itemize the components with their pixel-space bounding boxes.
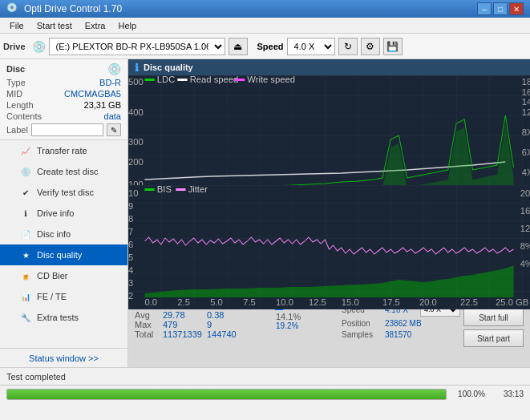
disc-quality-header: ℹ Disc quality: [128, 59, 530, 75]
svg-text:15.0: 15.0: [342, 297, 359, 307]
menu-help[interactable]: Help: [111, 19, 143, 32]
sidebar-item-extra-tests[interactable]: 🔧 Extra tests: [0, 307, 127, 328]
svg-text:18X: 18X: [522, 77, 530, 87]
transfer-rate-icon: 📈: [19, 144, 32, 157]
content-area: ℹ Disc quality 18X 16X: [128, 59, 530, 367]
disc-type-label: Type: [6, 78, 26, 87]
disc-contents-val: data: [104, 111, 121, 121]
speed-label: Speed: [257, 42, 284, 51]
save-button[interactable]: 💾: [383, 38, 403, 55]
refresh-button[interactable]: ↻: [338, 38, 358, 55]
menubar: File Start test Extra Help: [0, 18, 530, 34]
stats-max-bis: 9: [207, 320, 251, 329]
sidebar-item-cd-bier[interactable]: 🍺 CD Bier: [0, 265, 127, 286]
disc-label-btn[interactable]: ✎: [107, 123, 121, 136]
toolbar: Drive 💿 (E:) PLEXTOR BD-R PX-LB950SA 1.0…: [0, 34, 530, 59]
eject-button[interactable]: ⏏: [229, 38, 248, 55]
drive-select[interactable]: (E:) PLEXTOR BD-R PX-LB950SA 1.06: [49, 38, 225, 55]
disc-label-label: Label: [6, 125, 28, 135]
minimize-button[interactable]: –: [477, 2, 492, 15]
window-controls: – □ ✕: [477, 2, 524, 15]
svg-text:14X: 14X: [522, 97, 530, 107]
menu-extra[interactable]: Extra: [79, 19, 112, 32]
disc-quality-title: Disc quality: [144, 63, 193, 72]
sidebar-item-fe-te[interactable]: 📊 FE / TE: [0, 286, 127, 307]
progress-pct: 100.0%: [453, 390, 485, 398]
disc-label-input[interactable]: [31, 123, 103, 136]
disc-type-row: Type BD-R: [6, 77, 121, 88]
start-part-button[interactable]: Start part: [463, 329, 524, 347]
sidebar-label-transfer-rate: Transfer rate: [37, 146, 87, 155]
svg-text:400: 400: [128, 107, 144, 117]
disc-quality-header-icon: ℹ: [135, 62, 139, 74]
svg-rect-28: [177, 79, 187, 81]
svg-text:8X: 8X: [522, 127, 530, 137]
sidebar-item-verify-test-disc[interactable]: ✔ Verify test disc: [0, 182, 127, 203]
progress-time: 33:13: [492, 390, 524, 398]
chart-ldc: 18X 16X 14X 12X 8X 6X 4X 500 400 300 200…: [128, 75, 530, 185]
app-icon: 💿: [6, 2, 19, 15]
stats-total-bis: 144740: [207, 329, 251, 339]
sidebar-item-disc-quality[interactable]: ★ Disc quality: [0, 244, 127, 265]
close-button[interactable]: ✕: [509, 2, 524, 15]
stats-max-ldc: 479: [163, 320, 207, 329]
svg-text:4%: 4%: [520, 259, 530, 269]
svg-text:10.0: 10.0: [276, 297, 293, 307]
charts-container: 18X 16X 14X 12X 8X 6X 4X 500 400 300 200…: [128, 75, 530, 295]
speed-select[interactable]: 4.0 X: [287, 38, 335, 55]
titlebar: 💿 Opti Drive Control 1.70 – □ ✕: [0, 0, 530, 18]
svg-text:3: 3: [128, 278, 133, 288]
status-window-button[interactable]: Status window >>: [0, 348, 127, 367]
stats-total-label: Total: [135, 329, 163, 339]
drive-info-icon: ℹ: [19, 207, 32, 220]
disc-length-val: 23,31 GB: [84, 100, 121, 110]
disc-quality-icon: ★: [19, 248, 32, 261]
svg-text:9: 9: [128, 201, 133, 211]
disc-label-row: Label ✎: [6, 123, 121, 136]
disc-type-val: BD-R: [99, 78, 121, 87]
stats-avg-label: Avg: [135, 310, 163, 320]
progressbar-outer: [6, 389, 447, 400]
sidebar-item-drive-info[interactable]: ℹ Drive info: [0, 203, 127, 224]
sidebar-item-transfer-rate[interactable]: 📈 Transfer rate: [0, 140, 127, 161]
svg-rect-62: [176, 188, 185, 191]
svg-text:12%: 12%: [520, 224, 530, 233]
sidebar-item-create-test-disc[interactable]: 💿 Create test disc: [0, 161, 127, 182]
stats-avg-jitter: 14.1%: [276, 312, 301, 321]
disc-length-label: Length: [6, 100, 34, 110]
sidebar: Disc 💿 Type BD-R MID CMCMAGBA5 Length 23…: [0, 59, 128, 367]
sidebar-label-extra-tests: Extra tests: [37, 313, 79, 322]
menu-file[interactable]: File: [3, 19, 30, 32]
svg-text:0.0: 0.0: [144, 297, 157, 307]
maximize-button[interactable]: □: [493, 2, 508, 15]
disc-header: Disc 💿: [6, 63, 121, 75]
settings-button[interactable]: ⚙: [361, 38, 380, 55]
sidebar-item-disc-info[interactable]: 📄 Disc info: [0, 224, 127, 244]
stats-position-val: 23862 MB: [385, 319, 422, 328]
disc-mid-label: MID: [6, 89, 22, 99]
cd-bier-icon: 🍺: [19, 269, 32, 282]
disc-length-row: Length 23,31 GB: [6, 99, 121, 111]
progressbar-inner: [7, 390, 446, 399]
svg-text:Jitter: Jitter: [188, 184, 208, 194]
svg-text:2.5: 2.5: [177, 297, 190, 307]
svg-text:4X: 4X: [522, 168, 530, 177]
stats-position-label: Position: [342, 319, 382, 328]
svg-text:7: 7: [128, 227, 133, 236]
start-full-button[interactable]: Start full: [463, 309, 524, 326]
disc-contents-row: Contents data: [6, 111, 121, 122]
svg-text:6X: 6X: [522, 147, 530, 157]
disc-title: Disc: [6, 64, 25, 74]
svg-rect-60: [144, 188, 154, 191]
svg-rect-30: [235, 79, 245, 81]
window-title: Opti Drive Control 1.70: [24, 3, 477, 14]
svg-text:7.5: 7.5: [243, 297, 256, 307]
menu-start-test[interactable]: Start test: [30, 19, 79, 32]
main-layout: Disc 💿 Type BD-R MID CMCMAGBA5 Length 23…: [0, 59, 530, 367]
svg-text:2: 2: [128, 291, 133, 301]
sidebar-label-fe-te: FE / TE: [37, 292, 67, 301]
sidebar-label-drive-info: Drive info: [37, 208, 74, 218]
extra-tests-icon: 🔧: [19, 311, 32, 324]
svg-text:200: 200: [128, 157, 144, 167]
verify-test-disc-icon: ✔: [19, 186, 32, 199]
